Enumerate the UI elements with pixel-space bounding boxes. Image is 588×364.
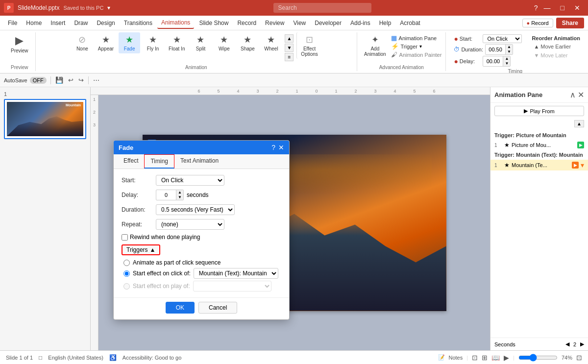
- delay-down[interactable]: ▼: [503, 61, 510, 66]
- dialog-rewind-label: Rewind when done playing: [130, 234, 200, 241]
- zoom-slider[interactable]: [518, 354, 558, 362]
- view-reading-icon[interactable]: 📖: [491, 354, 500, 362]
- animation-more[interactable]: ≡: [285, 53, 294, 61]
- delay-spinner[interactable]: ▲ ▼: [483, 56, 511, 67]
- dialog-rewind-checkbox[interactable]: [122, 234, 128, 241]
- dialog-delay-down[interactable]: ▼: [176, 195, 183, 200]
- flyin-animation-button[interactable]: ★ Fly In: [142, 32, 164, 53]
- redo-icon[interactable]: ↪: [77, 75, 85, 85]
- search-input[interactable]: [273, 3, 371, 13]
- undo-icon[interactable]: ↩: [67, 75, 75, 85]
- maximize-button[interactable]: □: [557, 2, 568, 14]
- autosave-state[interactable]: OFF: [30, 77, 47, 84]
- duration-spinner[interactable]: ▲ ▼: [485, 44, 513, 55]
- duration-down[interactable]: ▼: [505, 49, 513, 54]
- fit-page-icon[interactable]: ⊡: [576, 354, 582, 362]
- menu-design[interactable]: Design: [93, 18, 119, 28]
- anim-pane-collapse-button[interactable]: ∧: [570, 90, 576, 99]
- share-button[interactable]: Share: [556, 18, 584, 28]
- window-controls: ? — □ ✕: [534, 2, 584, 14]
- floatin-animation-button[interactable]: ★ Float In: [166, 32, 188, 53]
- menu-transitions[interactable]: Transitions: [120, 18, 156, 28]
- dialog-repeat-select[interactable]: (none): [156, 219, 224, 230]
- close-button[interactable]: ✕: [570, 2, 584, 14]
- fade-animation-button[interactable]: ★ Fade: [119, 32, 140, 53]
- chevron-down-icon[interactable]: ▾: [107, 4, 110, 11]
- dialog-tab-textanimation[interactable]: Text Animation: [174, 154, 224, 169]
- dialog-start-select[interactable]: On Click: [156, 175, 224, 186]
- duration-input[interactable]: [486, 46, 505, 53]
- triggers-button[interactable]: Triggers ▲: [122, 244, 160, 255]
- seconds-label[interactable]: Seconds: [494, 341, 515, 347]
- menu-help[interactable]: Help: [375, 18, 395, 28]
- radio-click-of-input[interactable]: [123, 270, 130, 277]
- wipe-animation-button[interactable]: ★ Wipe: [213, 32, 235, 53]
- preview-items: ▶ Preview: [8, 32, 31, 65]
- menu-developer[interactable]: Developer: [311, 18, 345, 28]
- anim-item-2[interactable]: 1 ★ Mountain (Te... ▶ ▾: [490, 160, 588, 170]
- animation-scroll-up[interactable]: ▲: [285, 34, 294, 43]
- preview-button[interactable]: ▶ Preview: [8, 32, 31, 55]
- animation-pane-button[interactable]: Animation Pane: [399, 35, 437, 41]
- split-animation-button[interactable]: ★ Split: [190, 32, 211, 53]
- menu-acrobat[interactable]: Acrobat: [396, 18, 424, 28]
- menu-review[interactable]: Review: [261, 18, 288, 28]
- trigger-button[interactable]: Trigger: [401, 44, 417, 49]
- dialog-help-button[interactable]: ?: [271, 144, 275, 151]
- menu-record[interactable]: Record: [233, 18, 260, 28]
- view-normal-icon[interactable]: ⊡: [472, 354, 478, 362]
- animation-scroll-down[interactable]: ▼: [285, 44, 294, 52]
- slide-info: Slide 1 of 1: [6, 355, 33, 361]
- record-button[interactable]: ● Record: [522, 19, 553, 27]
- move-earlier-button[interactable]: ▲ Move Earlier: [532, 43, 580, 50]
- minimize-button[interactable]: —: [540, 2, 555, 14]
- menu-view[interactable]: View: [289, 18, 310, 28]
- add-animation-button[interactable]: ✦ Add Animation: [361, 32, 389, 59]
- dialog-delay-spinner[interactable]: ▲ ▼: [156, 190, 184, 200]
- wheel-animation-button[interactable]: ★ Wheel: [260, 32, 282, 53]
- dialog-playof-select[interactable]: [193, 281, 271, 291]
- view-sorter-icon[interactable]: ⊞: [482, 354, 488, 362]
- notes-label[interactable]: Notes: [449, 355, 463, 361]
- menu-addins[interactable]: Add-ins: [346, 18, 374, 28]
- radio-play-of-input[interactable]: [123, 283, 130, 290]
- menu-animations[interactable]: Animations: [157, 17, 194, 29]
- radio-click-sequence-input[interactable]: [123, 260, 130, 266]
- move-later-button[interactable]: ▼ Move Later: [532, 52, 580, 59]
- dialog-ok-button[interactable]: OK: [166, 302, 195, 314]
- anim-scroll-up[interactable]: ▲: [574, 120, 584, 127]
- dialog-delay-input[interactable]: [156, 192, 176, 198]
- question-icon[interactable]: ?: [534, 4, 538, 12]
- delay-up[interactable]: ▲: [503, 56, 510, 61]
- none-animation-button[interactable]: ⊘ None: [72, 32, 93, 53]
- play-from-button[interactable]: ▶ Play From: [494, 106, 584, 116]
- effect-options-button[interactable]: ⊡ Effect Options: [296, 32, 320, 59]
- menu-file[interactable]: File: [4, 18, 21, 28]
- dialog-cancel-button[interactable]: Cancel: [198, 302, 237, 314]
- shape-animation-button[interactable]: ★ Shape: [237, 32, 258, 53]
- duration-up[interactable]: ▲: [505, 45, 513, 49]
- dialog-tab-effect[interactable]: Effect: [118, 154, 144, 169]
- anim-item-dropdown[interactable]: ▾: [581, 161, 584, 169]
- delay-input[interactable]: [483, 58, 503, 65]
- more-toolbar-icon[interactable]: ⋯: [92, 75, 101, 85]
- dialog-close-button[interactable]: ✕: [278, 144, 284, 151]
- view-slideshow-icon[interactable]: ▶: [504, 354, 509, 362]
- dialog-duration-select[interactable]: 0.5 seconds (Very Fast): [156, 204, 235, 215]
- scroll-right-icon[interactable]: ▶: [580, 341, 584, 347]
- menu-insert[interactable]: Insert: [47, 18, 69, 28]
- save-icon[interactable]: 💾: [54, 75, 65, 85]
- anim-item-1[interactable]: 1 ★ Picture of Mou... ▶: [490, 140, 588, 150]
- anim-pane-close-button[interactable]: ✕: [578, 90, 584, 99]
- dialog-clickof-select[interactable]: Mountain (Text): Mountain: [194, 268, 278, 279]
- menu-draw[interactable]: Draw: [70, 18, 92, 28]
- dialog-tab-timing[interactable]: Timing: [144, 154, 174, 169]
- menu-slideshow[interactable]: Slide Show: [195, 18, 232, 28]
- menu-home[interactable]: Home: [22, 18, 46, 28]
- appear-animation-button[interactable]: ★ Appear: [95, 32, 117, 53]
- slide-thumbnail[interactable]: Mountain: [4, 99, 86, 139]
- scroll-left-icon[interactable]: ◀: [565, 341, 569, 347]
- start-select[interactable]: On Click: [483, 34, 522, 43]
- notes-icon[interactable]: 📝: [438, 354, 445, 361]
- dialog-delay-up[interactable]: ▲: [176, 190, 183, 195]
